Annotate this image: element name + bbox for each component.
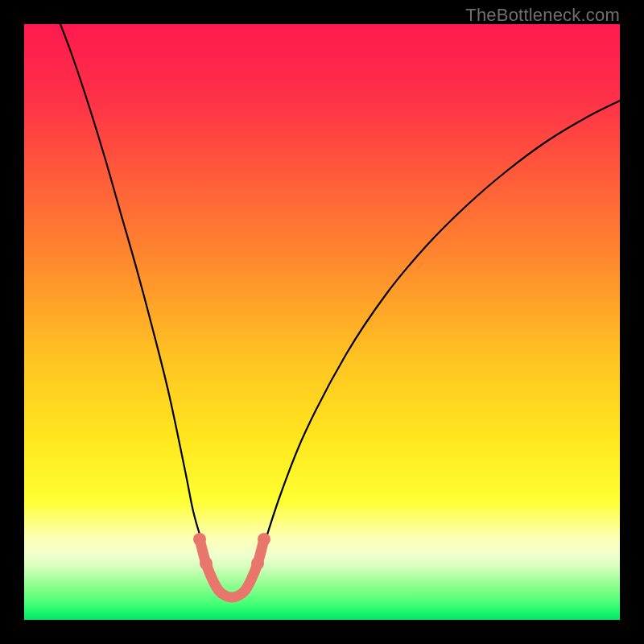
marker-dot xyxy=(258,533,270,546)
chart-frame xyxy=(24,24,620,620)
bottleneck-curve xyxy=(60,24,620,598)
marker-dot xyxy=(193,533,206,546)
watermark-text: TheBottleneck.com xyxy=(465,5,620,26)
marker-dot xyxy=(200,557,213,570)
marker-dot xyxy=(251,557,264,570)
chart-svg xyxy=(24,24,620,620)
